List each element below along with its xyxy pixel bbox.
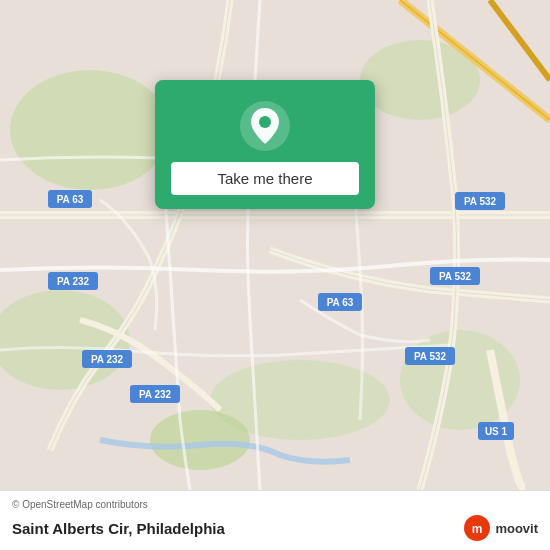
svg-text:PA 532: PA 532 bbox=[414, 351, 447, 362]
location-title: Saint Alberts Cir, Philadelphia bbox=[12, 520, 225, 537]
map-attribution: © OpenStreetMap contributors bbox=[12, 499, 538, 510]
svg-point-6 bbox=[150, 410, 250, 470]
location-card: Take me there bbox=[155, 80, 375, 209]
svg-point-31 bbox=[259, 116, 271, 128]
moovit-logo: m moovit bbox=[463, 514, 538, 542]
moovit-brand-icon: m bbox=[463, 514, 491, 542]
bottom-bar: © OpenStreetMap contributors Saint Alber… bbox=[0, 490, 550, 550]
map-container: PA 63 PA 232 PA 232 PA 232 PA 63 PA 532 … bbox=[0, 0, 550, 490]
svg-text:US 1: US 1 bbox=[485, 426, 508, 437]
svg-text:m: m bbox=[472, 522, 483, 536]
svg-point-1 bbox=[10, 70, 170, 190]
svg-text:PA 63: PA 63 bbox=[327, 297, 354, 308]
svg-text:PA 63: PA 63 bbox=[57, 194, 84, 205]
svg-text:PA 532: PA 532 bbox=[464, 196, 497, 207]
svg-text:PA 232: PA 232 bbox=[91, 354, 124, 365]
svg-text:PA 532: PA 532 bbox=[439, 271, 472, 282]
take-me-there-button[interactable]: Take me there bbox=[171, 162, 359, 195]
moovit-label: moovit bbox=[495, 521, 538, 536]
svg-text:PA 232: PA 232 bbox=[139, 389, 172, 400]
pin-icon bbox=[239, 100, 291, 152]
svg-text:PA 232: PA 232 bbox=[57, 276, 90, 287]
